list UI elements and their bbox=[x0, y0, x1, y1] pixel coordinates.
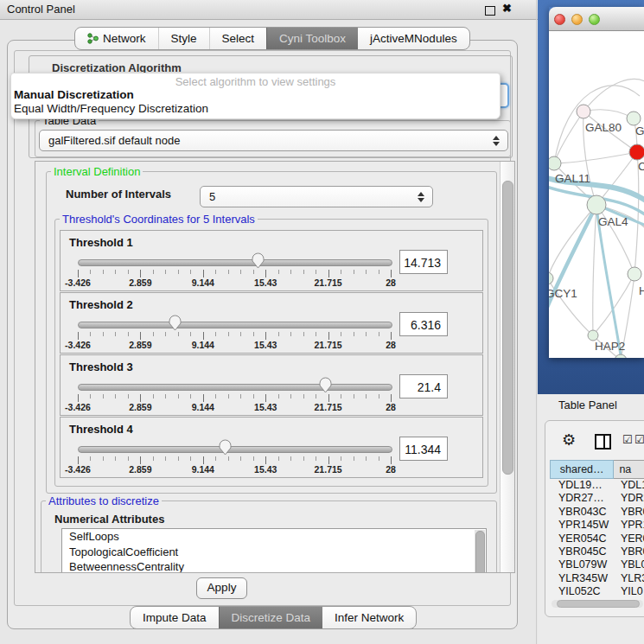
network-edge[interactable] bbox=[583, 80, 644, 112]
table-row[interactable]: YLR345WYLR3 bbox=[550, 572, 644, 585]
mac-close-icon[interactable] bbox=[554, 14, 565, 25]
table-row[interactable]: YPR145WYPR1 bbox=[550, 519, 644, 532]
tab-select[interactable]: Select bbox=[209, 28, 267, 49]
table-data-selected-value: galFiltered.sif default node bbox=[48, 134, 180, 147]
network-node[interactable] bbox=[628, 267, 641, 281]
tick-label: 15.43 bbox=[254, 277, 277, 288]
network-canvas[interactable]: GAL80GACGAL11GAL4GCY1HHAP2 bbox=[549, 31, 644, 358]
network-node[interactable] bbox=[615, 354, 627, 358]
gear-icon[interactable]: ⚙ bbox=[562, 430, 576, 450]
network-window-titlebar[interactable] bbox=[549, 7, 644, 31]
tick-label: 9.144 bbox=[192, 340, 214, 350]
network-edge-highlighted[interactable] bbox=[549, 205, 596, 321]
tab-cyni-toolbox[interactable]: Cyni Toolbox bbox=[266, 28, 358, 49]
threshold-value-field[interactable]: 14.713 bbox=[399, 250, 448, 274]
table-row[interactable]: YBL079WYBL0 bbox=[550, 558, 644, 571]
node-label: GCY1 bbox=[549, 287, 577, 300]
slider-track[interactable] bbox=[78, 446, 392, 453]
network-node[interactable] bbox=[627, 112, 641, 125]
algorithm-option[interactable]: Equal Width/Frequency Discretization bbox=[11, 102, 500, 116]
table-row[interactable]: YBR043CYBR0 bbox=[550, 506, 644, 519]
close-icon[interactable]: ✖ bbox=[502, 2, 512, 15]
column-header-shared-name[interactable]: shared… bbox=[550, 460, 614, 479]
network-edge[interactable] bbox=[593, 274, 634, 335]
apply-button[interactable]: Apply bbox=[196, 577, 247, 599]
algorithm-option[interactable]: Manual Discretization bbox=[11, 88, 500, 102]
control-panel-title: Control Panel bbox=[7, 3, 75, 16]
slider-track[interactable] bbox=[78, 384, 392, 391]
algorithm-placeholder: Select algorithm to view settings bbox=[11, 75, 500, 88]
slider-track[interactable] bbox=[78, 322, 392, 328]
numerical-attributes-list[interactable]: SelfLoopsTopologicalCoefficientBetweenne… bbox=[61, 528, 487, 573]
table-hscrollbar[interactable] bbox=[552, 600, 643, 608]
table-header-row: shared… na bbox=[550, 460, 644, 479]
threshold-value-field[interactable]: 21.4 bbox=[399, 374, 448, 399]
network-node[interactable] bbox=[549, 156, 561, 170]
threshold-value-field[interactable]: 6.316 bbox=[399, 312, 448, 336]
network-node[interactable] bbox=[629, 144, 644, 160]
tick-label: 2.859 bbox=[129, 340, 151, 350]
tick-label: 21.715 bbox=[315, 464, 342, 475]
tab-jactivemnodules[interactable]: jActiveMNodules bbox=[358, 28, 469, 49]
mac-zoom-icon[interactable] bbox=[589, 14, 600, 25]
tick-label: 28 bbox=[386, 402, 396, 412]
top-tab-bar: NetworkStyleSelectCyni ToolboxjActiveMNo… bbox=[74, 27, 470, 50]
tick-label: 9.144 bbox=[192, 277, 214, 288]
network-node[interactable] bbox=[587, 195, 606, 214]
tab-impute-data[interactable]: Impute Data bbox=[131, 607, 219, 628]
table-row[interactable]: YBR045CYBR0 bbox=[550, 545, 644, 558]
table-row[interactable]: YDL19…YDL1 bbox=[550, 479, 644, 492]
attribute-item[interactable]: TopologicalCoefficient bbox=[62, 545, 486, 560]
tab-discretize-data[interactable]: Discretize Data bbox=[219, 607, 323, 628]
slider-major-ticks bbox=[78, 456, 392, 464]
screen: Control Panel ✖ Discretization Algorithm… bbox=[0, 0, 644, 644]
table-row[interactable]: YIL052CYIL0 bbox=[550, 585, 644, 598]
float-window-icon[interactable] bbox=[485, 6, 495, 16]
network-node[interactable] bbox=[549, 272, 553, 284]
slider-major-ticks bbox=[78, 394, 392, 402]
threshold-value-field[interactable]: 11.344 bbox=[399, 437, 448, 461]
columns-icon[interactable] bbox=[595, 434, 611, 450]
slider-thumb[interactable] bbox=[319, 377, 332, 393]
attribute-item[interactable]: SelfLoops bbox=[62, 529, 486, 545]
slider-major-ticks bbox=[78, 332, 392, 340]
settings-scrollbar-thumb[interactable] bbox=[502, 181, 513, 475]
attribute-item[interactable]: BetweennessCentrality bbox=[62, 559, 486, 573]
node-label: GA bbox=[635, 124, 644, 137]
checkbox-icon[interactable]: ☑ bbox=[634, 433, 644, 446]
network-edge[interactable] bbox=[554, 112, 583, 163]
mac-minimize-icon[interactable] bbox=[571, 14, 583, 25]
column-header-name[interactable]: na bbox=[614, 460, 644, 479]
checkbox-icon[interactable]: ☑ bbox=[622, 433, 633, 446]
network-window[interactable]: GAL80GACGAL11GAL4GCY1HHAP2 bbox=[549, 7, 644, 358]
node-label: GAL11 bbox=[555, 172, 590, 185]
table-row[interactable]: YER054CYER0 bbox=[550, 532, 644, 545]
panel-splitter[interactable] bbox=[536, 0, 537, 644]
threshold-label: Threshold 1 bbox=[69, 236, 133, 249]
tick-label: 28 bbox=[386, 464, 396, 475]
node-label: GAL4 bbox=[598, 215, 628, 228]
network-node[interactable] bbox=[577, 105, 590, 118]
tab-network[interactable]: Network bbox=[75, 28, 158, 49]
tab-style[interactable]: Style bbox=[158, 28, 209, 49]
list-scrollbar[interactable] bbox=[475, 530, 485, 573]
slider-thumb[interactable] bbox=[169, 315, 182, 331]
algorithm-options: Manual DiscretizationEqual Width/Frequen… bbox=[11, 88, 500, 116]
slider-track[interactable] bbox=[78, 259, 392, 266]
tab-infer-network[interactable]: Infer Network bbox=[322, 607, 416, 628]
node-label: C bbox=[638, 160, 644, 173]
threshold-row: Threshold 1-3.4262.8599.14415.4321.71528… bbox=[60, 230, 483, 291]
table-row[interactable]: YDR27…YDR2 bbox=[550, 492, 644, 505]
network-edge-highlighted[interactable] bbox=[596, 207, 622, 358]
table-data-select[interactable]: galFiltered.sif default node bbox=[39, 130, 508, 151]
node-table[interactable]: shared… na YDL19…YDL1YDR27…YDR2YBR043CYB… bbox=[550, 460, 644, 599]
network-edge[interactable] bbox=[554, 152, 637, 163]
attributes-title: Attributes to discretize bbox=[46, 494, 162, 507]
slider-thumb[interactable] bbox=[219, 439, 232, 456]
numerical-attributes-label: Numerical Attributes bbox=[54, 513, 164, 526]
network-edge[interactable] bbox=[593, 205, 596, 335]
number-of-intervals-select[interactable]: 5 bbox=[200, 186, 433, 207]
tick-label: 28 bbox=[386, 277, 396, 288]
network-edge[interactable] bbox=[596, 152, 637, 205]
slider-thumb[interactable] bbox=[252, 252, 265, 269]
